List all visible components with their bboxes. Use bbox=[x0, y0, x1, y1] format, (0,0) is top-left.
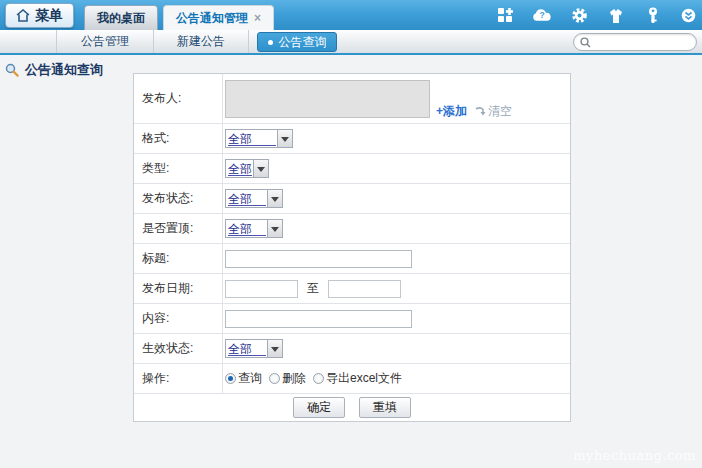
publish-status-select[interactable]: 全部 bbox=[225, 189, 283, 208]
field-label: 操作: bbox=[134, 364, 223, 393]
tab-close-icon[interactable]: × bbox=[254, 11, 261, 25]
content-input[interactable] bbox=[225, 310, 412, 328]
search-icon bbox=[580, 37, 591, 48]
chevron-down-icon[interactable] bbox=[277, 130, 292, 147]
reset-button[interactable]: 重填 bbox=[359, 397, 411, 418]
format-select[interactable]: 全部 bbox=[225, 129, 293, 148]
home-icon bbox=[16, 9, 30, 22]
active-dot bbox=[268, 40, 273, 45]
nav-item-new-announcement[interactable]: 新建公告 bbox=[153, 30, 249, 53]
theme-icon[interactable] bbox=[607, 6, 625, 25]
form-row-type: 类型: 全部 bbox=[134, 154, 570, 184]
form-row-operation: 操作: 查询 删除 导出excel文件 bbox=[134, 364, 570, 394]
field-label: 发布状态: bbox=[134, 184, 223, 213]
search-box[interactable] bbox=[573, 33, 697, 51]
field-label: 内容: bbox=[134, 304, 223, 333]
publisher-selection-box[interactable] bbox=[225, 80, 430, 118]
top-bar: 菜单 我的桌面 公告通知管理× ? bbox=[0, 0, 702, 30]
pinned-select[interactable]: 全部 bbox=[225, 219, 283, 238]
field-label: 发布日期: bbox=[134, 274, 223, 303]
key-icon[interactable] bbox=[644, 6, 662, 25]
tab-my-desktop[interactable]: 我的桌面 bbox=[84, 5, 158, 30]
date-to-input[interactable] bbox=[328, 280, 401, 298]
date-to-label: 至 bbox=[307, 280, 319, 297]
form-row-title: 标题: bbox=[134, 244, 570, 274]
radio-export-excel-label[interactable]: 导出excel文件 bbox=[326, 370, 402, 387]
form-row-format: 格式: 全部 bbox=[134, 124, 570, 154]
collapse-icon[interactable] bbox=[681, 6, 696, 25]
clear-publisher-link[interactable]: 清空 bbox=[475, 103, 512, 120]
field-label: 类型: bbox=[134, 154, 223, 183]
radio-export-excel[interactable] bbox=[313, 373, 324, 384]
form-row-publish-status: 发布状态: 全部 bbox=[134, 184, 570, 214]
radio-delete-label[interactable]: 删除 bbox=[282, 370, 306, 387]
nav-item-announcement-manage[interactable]: 公告管理 bbox=[56, 30, 153, 53]
radio-query[interactable] bbox=[225, 373, 236, 384]
nav-item-announcement-query-active[interactable]: 公告查询 bbox=[257, 32, 337, 52]
chevron-down-icon[interactable] bbox=[267, 190, 282, 207]
form-row-pinned: 是否置顶: 全部 bbox=[134, 214, 570, 244]
sub-nav-bar: 公告管理 新建公告 公告查询 bbox=[0, 30, 702, 55]
tab-label: 公告通知管理 bbox=[176, 11, 248, 25]
help-icon[interactable]: ? bbox=[533, 6, 551, 25]
nav-item-label: 公告管理 bbox=[81, 34, 129, 48]
field-label: 发布人: bbox=[134, 74, 223, 123]
magnifier-icon bbox=[5, 63, 19, 77]
field-label: 格式: bbox=[134, 124, 223, 153]
clear-publisher-label: 清空 bbox=[488, 103, 512, 120]
pinned-select-value: 全部 bbox=[228, 221, 266, 236]
type-select-value: 全部 bbox=[228, 161, 252, 176]
chevron-down-icon[interactable] bbox=[253, 160, 268, 177]
menu-button-label: 菜单 bbox=[35, 7, 63, 25]
clear-arrow-icon bbox=[475, 106, 486, 117]
form-row-publish-date: 发布日期: 至 bbox=[134, 274, 570, 304]
field-label: 是否置顶: bbox=[134, 214, 223, 243]
form-row-buttons: 确定 重填 bbox=[134, 394, 570, 421]
effective-status-select[interactable]: 全部 bbox=[225, 339, 283, 358]
field-label: 标题: bbox=[134, 244, 223, 273]
tab-announcement-management[interactable]: 公告通知管理× bbox=[163, 5, 274, 30]
add-publisher-link[interactable]: +添加 bbox=[436, 103, 467, 120]
topbar-icon-group: ? bbox=[496, 6, 696, 25]
radio-delete[interactable] bbox=[269, 373, 280, 384]
global-search-input[interactable] bbox=[595, 36, 690, 48]
menu-button[interactable]: 菜单 bbox=[5, 3, 74, 28]
tab-label: 我的桌面 bbox=[97, 11, 145, 25]
page-title: 公告通知查询 bbox=[25, 61, 103, 79]
settings-icon[interactable] bbox=[570, 6, 588, 25]
svg-text:?: ? bbox=[539, 10, 544, 20]
form-row-publisher: 发布人: +添加 清空 bbox=[134, 74, 570, 124]
query-form: 发布人: +添加 清空 格式: 全部 类型: bbox=[133, 73, 571, 422]
radio-query-label[interactable]: 查询 bbox=[238, 370, 262, 387]
apps-add-icon[interactable] bbox=[496, 6, 514, 25]
chevron-down-icon[interactable] bbox=[267, 340, 282, 357]
form-row-content: 内容: bbox=[134, 304, 570, 334]
title-input[interactable] bbox=[225, 250, 412, 268]
confirm-button[interactable]: 确定 bbox=[293, 397, 345, 418]
form-row-effective-status: 生效状态: 全部 bbox=[134, 334, 570, 364]
field-label: 生效状态: bbox=[134, 334, 223, 363]
type-select[interactable]: 全部 bbox=[225, 159, 269, 178]
publish-status-select-value: 全部 bbox=[228, 191, 266, 206]
page-title-wrap: 公告通知查询 bbox=[5, 61, 103, 79]
nav-item-label: 新建公告 bbox=[177, 34, 225, 48]
format-select-value: 全部 bbox=[228, 131, 276, 146]
watermark: myhechuang.com bbox=[573, 448, 696, 463]
date-from-input[interactable] bbox=[225, 280, 298, 298]
nav-item-label: 公告查询 bbox=[279, 34, 327, 51]
chevron-down-icon[interactable] bbox=[267, 220, 282, 237]
effective-status-select-value: 全部 bbox=[228, 341, 266, 356]
